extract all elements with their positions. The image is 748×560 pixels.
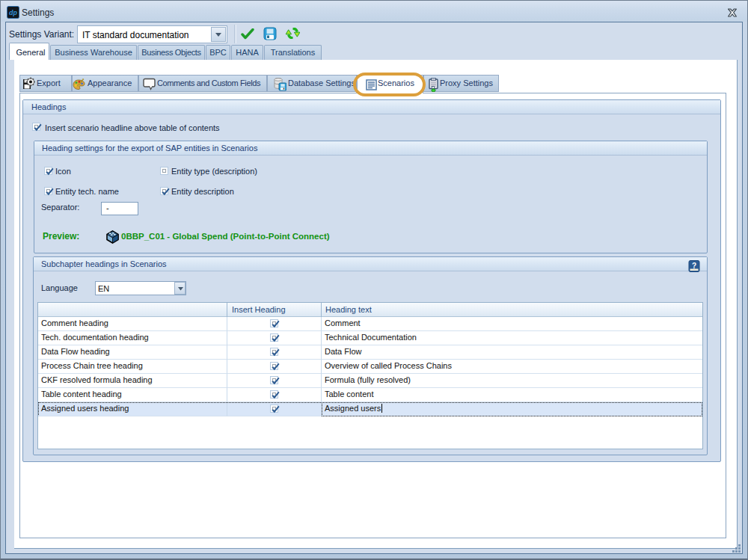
svg-text:dp: dp xyxy=(9,9,17,16)
svg-text:?: ? xyxy=(692,262,696,270)
